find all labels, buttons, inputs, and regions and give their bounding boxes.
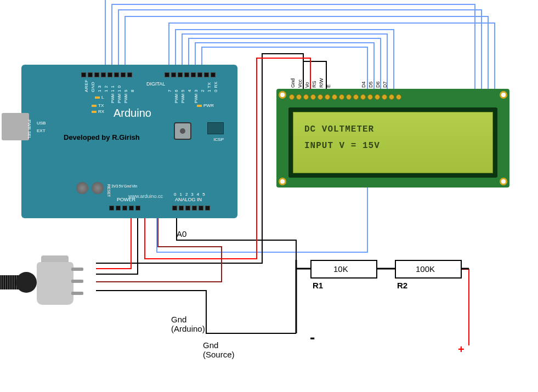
minus-label: - xyxy=(310,329,315,346)
led-pwr xyxy=(197,105,202,107)
icsp-header xyxy=(207,122,224,134)
power-header xyxy=(109,206,140,211)
led-l xyxy=(95,96,100,99)
gnd-arduino-label: Gnd (Arduino) xyxy=(171,315,205,333)
lcd-line2: INPUT V = 15V xyxy=(304,138,482,154)
analog-label: ANALOG IN xyxy=(175,197,202,202)
lcd-screen: DC VOLTMETER INPUT V = 15V xyxy=(288,107,497,178)
a0-label: A0 xyxy=(177,229,186,238)
potentiometer xyxy=(37,262,73,305)
usb-ext-label: USBEXT xyxy=(37,120,46,135)
plus-label: + xyxy=(458,343,465,356)
icsp-label: ICSP xyxy=(213,137,224,142)
analog-header xyxy=(172,206,210,211)
lcd-module: DC VOLTMETER INPUT V = 15V xyxy=(276,89,509,188)
digital-header-left xyxy=(81,72,132,77)
lcd-display: DC VOLTMETER INPUT V = 15V xyxy=(293,112,493,173)
digital-label: DIGITAL xyxy=(146,81,165,87)
digital-header-right xyxy=(165,72,216,77)
lcd-line1: DC VOLTMETER xyxy=(304,121,482,138)
gnd-source-label: Gnd (Source) xyxy=(203,340,235,359)
r1-name: R1 xyxy=(313,281,323,290)
led-rx xyxy=(92,111,97,113)
r2-name: R2 xyxy=(397,281,407,290)
capacitor-1 xyxy=(76,182,88,194)
resistor-r1: 10K xyxy=(310,260,377,279)
power-label: POWER xyxy=(117,197,135,202)
led-tx xyxy=(92,105,97,107)
resistor-r2: 100K xyxy=(395,260,462,279)
arduino-name: Arduino xyxy=(114,107,151,120)
pwr-sel-label: PWR SEL xyxy=(27,120,32,139)
arduino-board: PWR SEL USBEXT AREF GND 1 3 1 2 1 1 1 0 … xyxy=(21,65,237,218)
developed-by: Developed by R.Girish xyxy=(64,133,140,141)
power-pin-labels: RESET 3V3 5V Gnd Vin xyxy=(107,184,137,197)
usb-plug xyxy=(2,113,29,140)
reset-button xyxy=(174,122,191,140)
capacitor-2 xyxy=(92,182,104,194)
lcd-pin-row xyxy=(289,94,401,100)
analog-pin-labels: 012345 xyxy=(174,192,208,197)
